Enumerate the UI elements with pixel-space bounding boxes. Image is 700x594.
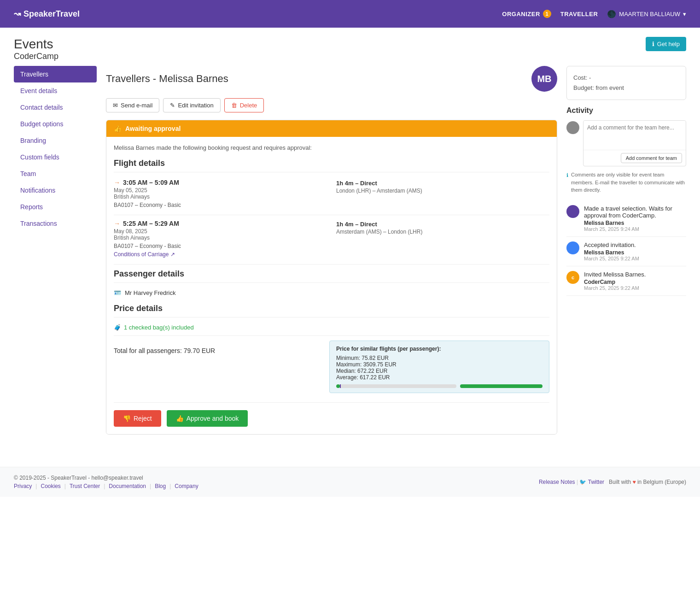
reject-button[interactable]: 👎 Reject	[114, 410, 161, 427]
flight-right-1: 1h 4m – Direct London (LHR) – Amsterdam …	[336, 179, 549, 208]
heart-icon: ♥	[632, 479, 636, 485]
traveller-nav[interactable]: TRAVELLER	[560, 11, 598, 18]
main-layout: Travellers Event details Contact details…	[0, 66, 700, 458]
activity-author-1: Melissa Barnes	[584, 220, 686, 226]
flight-2-class: BA0107 – Economy - Basic	[114, 243, 327, 249]
budget-value: Budget: from event	[573, 83, 679, 93]
activity-item-1: Made a travel selection. Waits for appro…	[566, 200, 686, 237]
flight-2-time: → 5:25 AM – 5:29 AM	[114, 220, 327, 227]
comment-box: Add comment for team	[583, 120, 686, 166]
sidebar-item-branding[interactable]: Branding	[14, 132, 97, 149]
sidebar-item-reports[interactable]: Reports	[14, 199, 97, 215]
conditions-label: Conditions of Carriage	[114, 251, 169, 258]
divider-4: |	[150, 483, 151, 489]
sidebar-item-event-details[interactable]: Event details	[14, 82, 97, 99]
divider-2: |	[64, 483, 66, 489]
twitter-link[interactable]: Twitter	[588, 479, 604, 485]
chevron-down-icon: ▾	[683, 11, 686, 18]
flight-section-title: Flight details	[114, 159, 549, 172]
traveller-header: Travellers - Melissa Barnes MB	[106, 66, 557, 92]
user-menu[interactable]: 🌑 MAARTEN BALLIAUW ▾	[607, 10, 686, 18]
edit-invitation-button[interactable]: ✎ Edit invitation	[163, 98, 220, 112]
flight-left-1: → 3:05 AM – 5:09 AM May 05, 2025 British…	[114, 179, 327, 208]
price-median: Median: 672.22 EUR	[336, 368, 542, 374]
footer-company-link[interactable]: Company	[175, 483, 198, 489]
divider-5: |	[169, 483, 171, 489]
activity-item-2: Accepted invitation. Melissa Barnes Marc…	[566, 237, 686, 266]
price-bar	[336, 384, 542, 388]
conditions-of-carriage-link[interactable]: Conditions of Carriage ↗	[114, 251, 175, 258]
activity-section: Activity Add comment for team ℹ Comments…	[566, 106, 686, 296]
organizer-label: ORGANIZER	[502, 11, 540, 18]
price-section: Price details 🧳 1 checked bag(s) include…	[114, 304, 549, 393]
comment-textarea[interactable]	[583, 121, 686, 148]
bag-icon: 🧳	[114, 324, 121, 331]
main-content: Travellers - Melissa Barnes MB ✉ Send e-…	[106, 66, 557, 444]
footer-documentation-link[interactable]: Documentation	[109, 483, 146, 489]
sidebar-item-contact-details[interactable]: Contact details	[14, 99, 97, 116]
activity-content-1: Made a travel selection. Waits for appro…	[584, 205, 686, 232]
action-buttons: ✉ Send e-mail ✎ Edit invitation 🗑 Delete	[106, 98, 557, 112]
thumbs-up-icon: 👍	[114, 125, 122, 132]
traveller-avatar: MB	[531, 66, 557, 92]
comment-area: Add comment for team	[566, 120, 686, 166]
sidebar-item-notifications[interactable]: Notifications	[14, 182, 97, 199]
footer-privacy-link[interactable]: Privacy	[14, 483, 32, 489]
price-comparison-title: Price for similar flights (per passenger…	[336, 346, 542, 352]
footer-release-notes: Release Notes | 🐦 Twitter	[539, 479, 604, 485]
booking-body: Melissa Barnes made the following bookin…	[106, 137, 557, 434]
activity-dot-2	[566, 241, 579, 254]
delete-label: Delete	[240, 102, 257, 109]
events-title: Events CoderCamp	[14, 37, 58, 61]
flight-1-airline: British Airways	[114, 194, 327, 200]
flight-arrow-icon-2: →	[114, 220, 120, 227]
comment-note-text: Comments are only visible for event team…	[571, 171, 686, 194]
reject-icon: 👎	[123, 415, 131, 422]
passenger-row: 🪪 Mr Harvey Fredrick	[114, 289, 549, 296]
flight-2-route: Amsterdam (AMS) – London (LHR)	[336, 229, 422, 235]
user-avatar-icon: 🌑	[607, 10, 616, 18]
booking-note: Melissa Barnes made the following bookin…	[114, 144, 549, 151]
sidebar-item-team[interactable]: Team	[14, 165, 97, 182]
flight-1-time: → 3:05 AM – 5:09 AM	[114, 179, 327, 186]
passenger-name: Mr Harvey Fredrick	[125, 289, 176, 296]
flight-1-duration: 1h 4m – Direct	[336, 180, 422, 187]
price-bar-green	[460, 384, 542, 388]
flight-1-class: BA0107 – Economy - Basic	[114, 202, 327, 208]
price-average: Average: 617.22 EUR	[336, 374, 542, 381]
sidebar-item-travellers[interactable]: Travellers	[14, 66, 97, 82]
approve-button[interactable]: 👍 Approve and book	[167, 410, 248, 427]
comment-footer: Add comment for team	[583, 150, 686, 166]
footer-blog-link[interactable]: Blog	[155, 483, 166, 489]
release-notes-link[interactable]: Release Notes	[539, 479, 575, 485]
add-comment-button[interactable]: Add comment for team	[621, 153, 682, 163]
activity-date-1: March 25, 2025 9:24 AM	[584, 226, 686, 232]
organizer-nav[interactable]: ORGANIZER 1	[502, 10, 551, 18]
sidebar-item-transactions[interactable]: Transactions	[14, 215, 97, 232]
organizer-badge: 1	[543, 10, 551, 18]
events-heading: Events	[14, 37, 58, 52]
sidebar-item-budget-options[interactable]: Budget options	[14, 116, 97, 132]
get-help-button[interactable]: ℹ Get help	[646, 37, 686, 51]
footer-trust-center-link[interactable]: Trust Center	[70, 483, 100, 489]
email-icon: ✉	[113, 102, 118, 109]
footer-cookies-link[interactable]: Cookies	[41, 483, 60, 489]
logo-icon: ↝	[14, 9, 21, 19]
activity-dot-1	[566, 205, 579, 218]
price-section-title: Price details	[114, 304, 549, 318]
price-bar-fill	[336, 384, 340, 388]
send-email-button[interactable]: ✉ Send e-mail	[106, 98, 159, 112]
delete-button[interactable]: 🗑 Delete	[224, 98, 264, 112]
activity-text-2: Accepted invitation.	[584, 241, 686, 248]
flight-right-2: 1h 4m – Direct Amsterdam (AMS) – London …	[336, 220, 549, 258]
baggage-included: 🧳 1 checked bag(s) included	[114, 324, 549, 331]
id-card-icon: 🪪	[114, 289, 121, 296]
approval-buttons: 👎 Reject 👍 Approve and book	[114, 402, 549, 427]
cost-value: Cost: -	[573, 73, 679, 83]
sidebar-item-custom-fields[interactable]: Custom fields	[14, 149, 97, 165]
logo[interactable]: ↝ SpeakerTravel	[14, 9, 80, 19]
flight-2-date: May 08, 2025	[114, 228, 327, 235]
comment-note: ℹ Comments are only visible for event te…	[566, 171, 686, 194]
activity-content-3: Invited Melissa Barnes. CoderCamp March …	[584, 271, 686, 291]
price-bar-bg	[336, 384, 456, 388]
